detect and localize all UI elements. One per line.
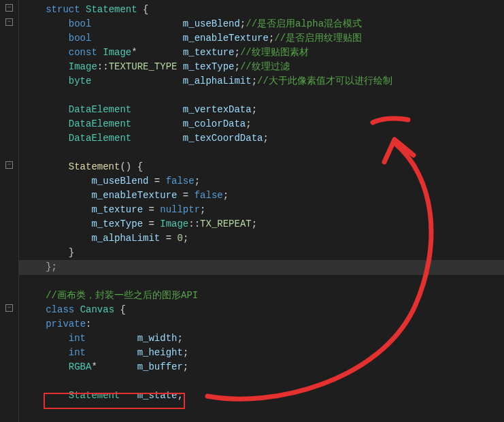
identifier: m_height (137, 347, 183, 358)
code-line: RGBA* m_buffer; (29, 360, 504, 374)
code-line: m_useBlend = false; (29, 174, 504, 189)
type: int (69, 333, 86, 344)
identifier: m_enableTexture (91, 190, 177, 201)
type: byte (69, 76, 92, 86)
code-line: Statement() { (29, 160, 504, 174)
comment: //是否启用纹理贴图 (274, 33, 362, 44)
enum: TX_REPEAT (200, 218, 252, 229)
code-line: m_texType = Image::TX_REPEAT; (29, 217, 504, 231)
code-line: Statement m_state; (29, 389, 504, 403)
comment: //纹理贴图素材 (240, 47, 309, 58)
code-line: Image::TEXTURE_TYPE m_texType;//纹理过滤 (29, 60, 504, 74)
comment: //大于此像素值才可以进行绘制 (257, 76, 392, 86)
identifier: m_useBlend (183, 18, 240, 29)
identifier: m_width (137, 333, 178, 344)
code-line: private: (29, 317, 504, 331)
keyword: class (46, 304, 74, 315)
type: int (69, 347, 86, 358)
code-line: DataElement m_texCoordData; (29, 131, 504, 146)
code-area[interactable]: struct Statement { bool m_useBlend;//是否启… (19, 0, 504, 422)
keyword: const (69, 47, 97, 58)
scope-op: :: (188, 218, 200, 229)
semicolon: ; (183, 233, 188, 244)
keyword: private (46, 319, 86, 329)
fold-toggle-icon[interactable]: − (5, 4, 13, 12)
operator: = (148, 176, 165, 186)
operator: * (91, 361, 97, 372)
fold-toggle-icon[interactable]: − (5, 18, 13, 26)
semicolon: ; (177, 390, 182, 401)
code-line (29, 374, 504, 389)
fold-toggle-icon[interactable]: − (5, 161, 13, 169)
operator: * (131, 47, 137, 58)
code-line: bool m_useBlend;//是否启用alpha混合模式 (29, 17, 504, 31)
semicolon: ; (252, 218, 257, 229)
code-line: byte m_alphaLimit;//大于此像素值才可以进行绘制 (29, 74, 504, 88)
identifier: m_alphaLimit (183, 76, 252, 86)
code-line: } (29, 246, 504, 260)
type: bool (69, 33, 92, 44)
semicolon: ; (200, 204, 205, 215)
literal: 0 (177, 233, 182, 244)
code-line (29, 88, 504, 103)
semicolon: ; (246, 118, 251, 129)
identifier: m_vertexData (183, 104, 252, 115)
type: TEXTURE_TYPE (109, 61, 178, 72)
semicolon: ; (240, 18, 246, 29)
code-line: //画布类，封装一些之后的图形API (29, 289, 504, 303)
scope-op: :: (97, 61, 109, 72)
code-line: bool m_enableTexture;//是否启用纹理贴图 (29, 31, 504, 46)
brace: { (114, 304, 126, 315)
semicolon: ; (177, 333, 182, 344)
code-line: struct Statement { (29, 3, 504, 17)
semicolon: ; (235, 61, 240, 72)
namespace: Image (160, 218, 188, 229)
type-name: Canvas (74, 304, 114, 315)
literal: false (166, 176, 195, 186)
brace: } (69, 247, 74, 258)
code-line: int m_width; (29, 331, 504, 346)
semicolon: ; (223, 190, 229, 201)
code-line: int m_height; (29, 346, 504, 360)
semicolon: ; (263, 133, 268, 144)
code-line (29, 403, 504, 417)
identifier: m_useBlend (91, 176, 148, 186)
code-line (29, 146, 504, 160)
identifier: m_texType (183, 61, 235, 72)
brace: { (137, 4, 149, 15)
code-line: DataElement m_colorData; (29, 117, 504, 131)
code-line: class Canvas { (29, 303, 504, 317)
literal: false (195, 190, 223, 201)
identifier: m_buffer (137, 361, 183, 372)
keyword: struct (46, 4, 80, 15)
identifier: m_colorData (183, 118, 246, 129)
semicolon: ; (195, 176, 200, 186)
operator: = (177, 190, 194, 201)
code-line: m_texture = nullptr; (29, 203, 504, 217)
code-line: m_enableTexture = false; (29, 189, 504, 203)
fold-gutter: − − − − (0, 0, 19, 422)
identifier: m_state (137, 390, 178, 401)
colon: : (86, 319, 91, 329)
type: DataElement (69, 133, 131, 144)
type: DataElement (69, 104, 131, 115)
constructor: Statement (69, 161, 120, 172)
paren: () { (120, 161, 143, 172)
type: bool (69, 18, 92, 29)
type: DataElement (69, 118, 131, 129)
fold-toggle-icon[interactable]: − (5, 304, 13, 312)
identifier: m_texture (91, 204, 143, 215)
identifier: m_texCoordData (183, 133, 263, 144)
operator: = (143, 204, 160, 215)
type: Statement (69, 390, 120, 401)
brace: }; (46, 261, 57, 272)
comment: //是否启用alpha混合模式 (246, 18, 362, 29)
operator: = (143, 218, 160, 229)
code-line: }; (29, 260, 504, 274)
type-name: Statement (86, 4, 137, 15)
comment: //画布类，封装一些之后的图形API (46, 290, 198, 301)
semicolon: ; (183, 347, 188, 358)
operator: = (160, 233, 177, 244)
identifier: m_texType (91, 218, 143, 229)
literal: nullptr (160, 204, 200, 215)
